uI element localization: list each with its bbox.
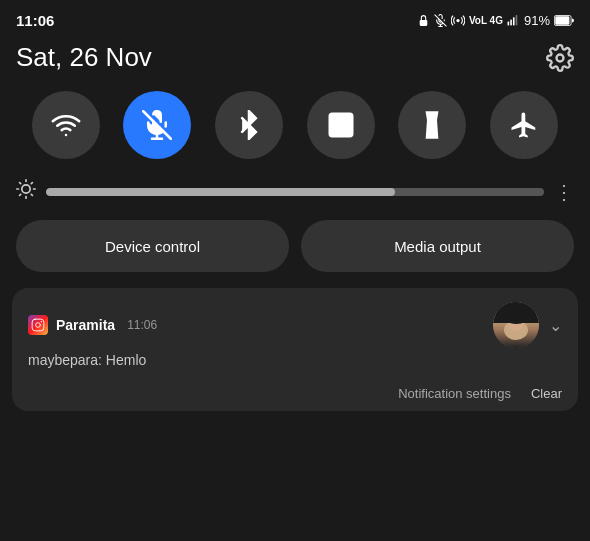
- status-time: 11:06: [16, 12, 54, 29]
- brightness-slider[interactable]: [46, 188, 544, 196]
- date-row: Sat, 26 Nov: [0, 36, 590, 85]
- notification-clear-button[interactable]: Clear: [531, 386, 562, 401]
- notification-left: Paramita 11:06: [28, 315, 157, 335]
- svg-point-4: [456, 18, 459, 21]
- battery-icon: [554, 14, 574, 27]
- svg-rect-8: [516, 15, 518, 25]
- control-buttons: Device control Media output: [0, 220, 590, 288]
- brightness-icon: [16, 179, 36, 204]
- cell-strength-icon: [507, 14, 520, 27]
- notification-header: Paramita 11:06 ⌄: [28, 302, 562, 348]
- avatar: [493, 302, 539, 348]
- lock-icon: [417, 14, 430, 27]
- flashlight-tile[interactable]: [398, 91, 466, 159]
- signal-icon: [451, 14, 465, 27]
- notification-app-name: Paramita: [56, 317, 115, 333]
- bluetooth-tile[interactable]: [215, 91, 283, 159]
- avatar-hair: [493, 302, 539, 323]
- status-bar: 11:06 VoL 4G 91%: [0, 0, 590, 36]
- svg-rect-5: [508, 21, 510, 25]
- svg-rect-7: [513, 17, 515, 25]
- status-icons: VoL 4G 91%: [417, 13, 574, 28]
- svg-rect-0: [420, 19, 428, 25]
- brightness-fill: [46, 188, 395, 196]
- notification-actions: Notification settings Clear: [28, 380, 562, 401]
- notification-time: 11:06: [127, 318, 157, 332]
- instagram-icon: [28, 315, 48, 335]
- mute-tile[interactable]: [123, 91, 191, 159]
- quick-tiles: [0, 85, 590, 175]
- nfc-tile[interactable]: [307, 91, 375, 159]
- svg-line-25: [31, 183, 32, 184]
- battery-percent: 91%: [524, 13, 550, 28]
- notification-message: maybepara: Hemlo: [28, 352, 562, 368]
- svg-point-27: [36, 323, 41, 328]
- svg-point-11: [557, 54, 564, 61]
- svg-rect-10: [555, 16, 569, 24]
- svg-point-28: [41, 322, 42, 323]
- network-label: VoL 4G: [469, 15, 503, 26]
- date-text: Sat, 26 Nov: [16, 42, 152, 73]
- svg-rect-6: [510, 19, 512, 25]
- airplane-tile[interactable]: [490, 91, 558, 159]
- svg-point-17: [22, 185, 30, 193]
- svg-line-24: [20, 194, 21, 195]
- notification-settings-button[interactable]: Notification settings: [398, 386, 511, 401]
- svg-rect-15: [330, 114, 353, 137]
- notification-right: ⌄: [493, 302, 562, 348]
- mute-icon: [434, 14, 447, 27]
- brightness-row: ⋮: [0, 175, 590, 220]
- svg-line-20: [20, 183, 21, 184]
- notification-card: Paramita 11:06 ⌄ maybepara: Hemlo Notifi…: [12, 288, 578, 411]
- expand-icon[interactable]: ⌄: [549, 316, 562, 335]
- wifi-tile[interactable]: [32, 91, 100, 159]
- svg-line-21: [31, 194, 32, 195]
- svg-rect-26: [32, 319, 44, 331]
- media-output-button[interactable]: Media output: [301, 220, 574, 272]
- device-control-button[interactable]: Device control: [16, 220, 289, 272]
- more-options-icon[interactable]: ⋮: [554, 180, 574, 204]
- settings-icon[interactable]: [546, 44, 574, 72]
